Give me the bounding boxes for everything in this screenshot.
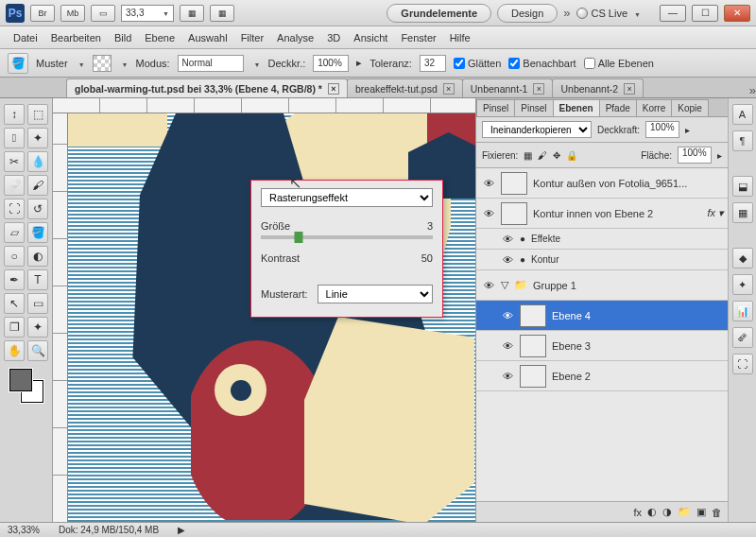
menu-3d[interactable]: 3D bbox=[327, 32, 340, 43]
bucket-tool[interactable]: 🪣 bbox=[27, 222, 48, 243]
window-close[interactable]: ✕ bbox=[724, 5, 750, 22]
layer-name[interactable]: Kontur bbox=[531, 254, 558, 265]
workspace-design[interactable]: Design bbox=[497, 4, 558, 23]
delete-layer-icon[interactable]: 🗑 bbox=[712, 507, 722, 518]
benachbart-checkbox[interactable]: Benachbart bbox=[508, 58, 576, 69]
3d-camera-tool[interactable]: ✦ bbox=[27, 317, 48, 338]
doc-tab-2[interactable]: breakeffekt-tut.psd× bbox=[347, 78, 463, 97]
group-icon[interactable]: 📁 bbox=[678, 506, 691, 518]
opacity-field[interactable]: 100% bbox=[313, 55, 349, 72]
tab-ebenen[interactable]: Ebenen bbox=[553, 99, 600, 116]
blur-tool[interactable]: ○ bbox=[4, 246, 25, 267]
panel-icon-nav[interactable]: ◆ bbox=[732, 248, 753, 268]
method-select[interactable]: Rasterungseffekt bbox=[261, 188, 433, 207]
tabs-overflow-icon[interactable] bbox=[749, 83, 756, 97]
muster-dropdown-icon[interactable] bbox=[76, 58, 85, 69]
cslive-label[interactable]: CS Live bbox=[592, 8, 628, 19]
zoom-tool[interactable]: 🔍 bbox=[27, 340, 48, 361]
layer-row[interactable]: 👁Ebene 3 bbox=[476, 331, 728, 361]
panel-icon-swatches[interactable]: ▦ bbox=[732, 202, 753, 223]
tool-icon-bucket[interactable]: 🪣 bbox=[8, 53, 28, 74]
layer-thumbnail[interactable] bbox=[520, 365, 546, 388]
ruler-horizontal[interactable] bbox=[53, 98, 475, 113]
panel-icon-clone[interactable]: ⛶ bbox=[732, 354, 753, 374]
screenmode-button[interactable]: ▭ bbox=[91, 5, 115, 22]
layer-row[interactable]: 👁Ebene 2 bbox=[476, 361, 728, 391]
layer-row[interactable]: 👁Kontur außen von Fotolia_9651... bbox=[476, 168, 728, 199]
panel-opacity-field[interactable]: 100% bbox=[645, 121, 679, 138]
type-tool[interactable]: T bbox=[27, 269, 48, 290]
layer-name[interactable]: Kontur innen von Ebene 2 bbox=[533, 208, 653, 219]
menu-analyse[interactable]: Analyse bbox=[277, 32, 314, 43]
brush-tool[interactable]: 🖌 bbox=[27, 175, 48, 196]
layer-name[interactable]: Ebene 2 bbox=[552, 371, 591, 382]
ruler-vertical[interactable] bbox=[53, 113, 68, 522]
tab-korrekturen[interactable]: Korre bbox=[636, 99, 672, 116]
bridge-button[interactable]: Br bbox=[30, 5, 55, 22]
opacity-stepper-icon[interactable]: ▸ bbox=[356, 57, 362, 69]
panel-icon-histogram[interactable]: 📊 bbox=[732, 301, 753, 321]
close-icon[interactable]: × bbox=[533, 83, 544, 95]
layer-name[interactable]: Ebene 4 bbox=[552, 310, 591, 321]
layer-name[interactable]: Effekte bbox=[531, 234, 560, 244]
layer-row[interactable]: 👁●Kontur bbox=[476, 250, 728, 270]
opacity-arrow-icon[interactable]: ▸ bbox=[685, 125, 690, 135]
panel-icon-notes[interactable]: 🗞 bbox=[732, 327, 753, 348]
menu-bild[interactable]: Bild bbox=[114, 32, 131, 43]
pattern-swatch[interactable] bbox=[93, 55, 112, 72]
size-slider[interactable] bbox=[261, 235, 433, 239]
visibility-icon[interactable]: 👁 bbox=[482, 177, 495, 190]
status-arrow-icon[interactable]: ▶ bbox=[178, 525, 185, 535]
menu-ansicht[interactable]: Ansicht bbox=[353, 32, 387, 43]
path-select-tool[interactable]: ↖ bbox=[4, 293, 25, 314]
layer-name[interactable]: Kontur außen von Fotolia_9651... bbox=[533, 178, 687, 189]
layer-row[interactable]: 👁▽📁Gruppe 1 bbox=[476, 270, 728, 301]
mask-icon[interactable]: ◐ bbox=[647, 506, 657, 518]
modus-dropdown[interactable]: Normal bbox=[178, 55, 244, 72]
lock-all-icon[interactable]: 🔒 bbox=[566, 150, 577, 161]
fill-field[interactable]: 100% bbox=[678, 147, 712, 164]
shape-tool[interactable]: ▭ bbox=[27, 293, 48, 314]
panel-icon-styles[interactable]: ⬓ bbox=[732, 176, 753, 197]
close-icon[interactable]: × bbox=[328, 83, 339, 95]
toleranz-field[interactable]: 32 bbox=[420, 55, 446, 72]
tab-pinsel1[interactable]: Pinsel bbox=[476, 99, 515, 116]
new-layer-icon[interactable]: ▣ bbox=[696, 506, 706, 518]
menu-fenster[interactable]: Fenster bbox=[401, 32, 436, 43]
arrange-button[interactable]: ▦ bbox=[180, 5, 204, 22]
tab-pfade[interactable]: Pfade bbox=[599, 99, 637, 116]
lock-pixels-icon[interactable]: 🖌 bbox=[538, 150, 547, 161]
blend-mode-select[interactable]: Ineinanderkopieren bbox=[482, 121, 592, 138]
visibility-icon[interactable]: 👁 bbox=[501, 309, 514, 322]
layer-name[interactable]: Ebene 3 bbox=[552, 340, 591, 352]
contrast-value[interactable]: 50 bbox=[399, 252, 433, 264]
menu-filter[interactable]: Filter bbox=[241, 32, 264, 43]
workspace-essentials[interactable]: Grundelemente bbox=[387, 4, 491, 23]
doc-tab-1[interactable]: global-warming-tut.psd bei 33,3% (Ebene … bbox=[66, 78, 348, 97]
fill-arrow-icon[interactable]: ▸ bbox=[717, 150, 722, 161]
layer-thumbnail[interactable] bbox=[501, 202, 527, 225]
zoom-dropdown[interactable]: 33,3 bbox=[121, 5, 174, 22]
move-tool[interactable]: ↕ bbox=[4, 104, 25, 125]
layer-thumbnail[interactable] bbox=[520, 304, 546, 327]
tab-pinsel2[interactable]: Pinsel bbox=[514, 99, 553, 116]
wand-tool[interactable]: ✦ bbox=[27, 128, 48, 148]
extras-button[interactable]: ▦ bbox=[210, 5, 234, 22]
dodge-tool[interactable]: ◐ bbox=[27, 246, 48, 267]
layer-row[interactable]: 👁Kontur innen von Ebene 2fx ▾ bbox=[476, 199, 728, 229]
pen-tool[interactable]: ✒ bbox=[4, 269, 25, 290]
close-icon[interactable]: × bbox=[443, 83, 455, 95]
visibility-icon[interactable]: 👁 bbox=[501, 253, 514, 267]
doc-tab-3[interactable]: Unbenannt-1× bbox=[462, 78, 554, 97]
group-expand-icon[interactable]: ▽ bbox=[501, 279, 508, 291]
menu-hilfe[interactable]: Hilfe bbox=[450, 32, 471, 43]
hand-tool[interactable]: ✋ bbox=[4, 340, 25, 361]
history-brush-tool[interactable]: ↺ bbox=[27, 199, 48, 219]
tab-kopieren[interactable]: Kopie bbox=[671, 99, 709, 116]
adjustment-icon[interactable]: ◑ bbox=[662, 506, 672, 518]
halftone-dialog[interactable]: Rasterungseffekt Größe 3 Kontrast 50 Mus… bbox=[250, 180, 443, 318]
layer-row[interactable]: 👁Ebene 4 bbox=[476, 301, 728, 331]
size-value[interactable]: 3 bbox=[399, 220, 433, 232]
visibility-icon[interactable]: 👁 bbox=[482, 279, 495, 292]
crop-tool[interactable]: ✂ bbox=[4, 151, 25, 172]
